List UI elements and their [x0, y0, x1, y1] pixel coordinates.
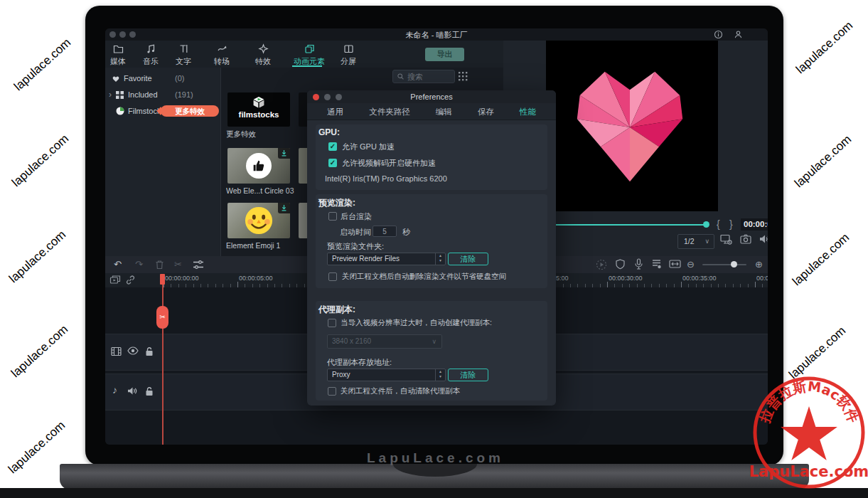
thumb-circle — [246, 153, 272, 179]
zoom-in-icon[interactable]: ⊕ — [755, 259, 763, 270]
more-effects-badge[interactable]: 更多特效 — [161, 105, 219, 117]
pref-tab-editing[interactable]: 编辑 — [436, 103, 452, 120]
tab-effects[interactable]: 特效 — [247, 41, 279, 68]
monitor-settings-icon[interactable] — [720, 234, 732, 245]
filmstocks-logo-icon — [251, 96, 267, 109]
undo-icon[interactable]: ↶ — [114, 259, 122, 270]
pref-tab-general[interactable]: 通用 — [327, 103, 343, 120]
grid-view-icon[interactable] — [459, 72, 468, 81]
media-item-filmstocks[interactable]: filmstocks — [227, 92, 290, 127]
tab-split-screen[interactable]: 分屏 — [332, 41, 365, 68]
auto-proxy-checkbox[interactable] — [328, 319, 336, 327]
lock-icon[interactable] — [145, 346, 154, 356]
sidebar-item-included[interactable]: › Included (191) — [105, 87, 220, 102]
app-window: 未命名 - 喵影工厂 媒体 音乐 文字 转场 特效 — [105, 28, 768, 445]
filmstocks-logo-text: filmstocks — [227, 110, 290, 119]
tab-text[interactable]: 文字 — [167, 41, 200, 68]
lock-icon[interactable] — [145, 386, 154, 396]
video-preview — [546, 41, 718, 211]
included-grid-icon — [116, 91, 124, 99]
search-icon — [397, 73, 404, 80]
auto-cleanup-checkbox[interactable] — [328, 387, 336, 396]
pref-tab-save[interactable]: 保存 — [478, 103, 494, 120]
emoji-smiley-icon — [244, 206, 274, 235]
preview-quality-icon[interactable] — [109, 275, 121, 285]
hw-decode-checkbox[interactable]: ✓ — [328, 159, 337, 167]
playhead-marker[interactable] — [160, 274, 165, 285]
render-folder-combobox[interactable]: Preview Render Files ▲▼ — [327, 253, 446, 265]
media-item-label: 更多特效 — [226, 129, 297, 139]
tab-elements[interactable]: 动画元素 — [291, 41, 328, 68]
play-render-icon[interactable] — [596, 259, 607, 270]
laptop-bottom-edge — [0, 488, 868, 498]
shield-icon[interactable] — [616, 259, 625, 270]
zoom-out-icon[interactable]: ⊖ — [687, 259, 695, 270]
clear-proxy-button[interactable]: 清除 — [448, 369, 488, 381]
mark-in-icon[interactable]: { — [717, 218, 720, 230]
start-time-input[interactable]: 5 — [373, 226, 397, 237]
redo-icon[interactable]: ↷ — [135, 259, 143, 270]
scrubber-handle[interactable] — [703, 221, 709, 228]
music-track-icon: ♪ — [112, 384, 117, 396]
background-render-checkbox[interactable] — [328, 212, 337, 221]
fit-timeline-icon[interactable] — [669, 259, 681, 269]
proxy-location-combobox[interactable]: Proxy ▲▼ — [327, 369, 446, 381]
media-item-partial[interactable] — [299, 203, 307, 238]
timeline-zoom-slider[interactable] — [702, 264, 746, 265]
effects-star-icon — [258, 43, 269, 54]
media-item-web-element[interactable] — [227, 148, 290, 184]
dialog-minimize-button[interactable] — [324, 94, 331, 100]
adjust-sliders-icon[interactable] — [193, 260, 203, 269]
allow-gpu-checkbox[interactable]: ✓ — [328, 142, 337, 151]
ruler-label: 00:00:40:00 — [756, 275, 768, 282]
link-icon[interactable] — [125, 275, 136, 285]
gpu-name: Intel(R) Iris(TM) Pro Graphics 6200 — [325, 174, 447, 183]
eye-icon[interactable] — [127, 346, 139, 355]
pref-tab-performance[interactable]: 性能 — [520, 103, 536, 120]
transition-icon — [217, 43, 227, 54]
download-icon[interactable] — [278, 148, 290, 159]
stepper-icon[interactable]: ▲▼ — [435, 253, 445, 265]
media-item-partial[interactable] — [299, 92, 307, 127]
export-button[interactable]: 导出 — [425, 48, 464, 61]
volume-icon[interactable] — [759, 234, 768, 244]
media-item-partial[interactable] — [299, 148, 307, 184]
preview-zoom-select[interactable]: 1/2 ∨ — [677, 234, 714, 249]
dialog-tabs: 通用 文件夹路径 编辑 保存 性能 — [307, 103, 556, 120]
zoom-slider-handle[interactable] — [731, 261, 737, 267]
playhead-scissors-handle[interactable]: ✂ — [156, 306, 168, 329]
auto-delete-checkbox[interactable] — [328, 272, 337, 281]
playback-scrubber[interactable] — [547, 224, 707, 226]
sidebar-item-favorite[interactable]: Favorite (0) — [105, 70, 220, 86]
proxy-heading: 代理副本: — [318, 304, 355, 316]
trash-icon[interactable] — [155, 260, 164, 270]
mark-out-icon[interactable]: } — [729, 218, 733, 230]
filmstrip-icon — [111, 346, 122, 356]
dialog-zoom-button[interactable] — [336, 94, 342, 100]
microphone-icon[interactable] — [634, 258, 643, 270]
tab-music[interactable]: 音乐 — [134, 41, 167, 68]
speaker-icon[interactable] — [127, 386, 138, 396]
dialog-close-button[interactable] — [313, 94, 319, 100]
sidebar-item-filmstocks[interactable]: Filmstocks 更多特效 — [105, 103, 220, 119]
download-icon[interactable] — [278, 203, 290, 213]
folder-icon — [113, 43, 124, 54]
timecode-display: 00:00:05 — [741, 218, 768, 231]
search-input[interactable]: 搜索 — [392, 70, 455, 83]
camera-snapshot-icon[interactable] — [740, 234, 751, 244]
watermark-text: lapulace.com — [786, 127, 861, 196]
stepper-icon[interactable]: ▲▼ — [435, 369, 445, 381]
pref-tab-folders[interactable]: 文件夹路径 — [369, 103, 410, 120]
user-account-icon[interactable] — [734, 30, 743, 39]
bezel-brand-text: LapuLace.com — [334, 450, 537, 466]
tab-transitions[interactable]: 转场 — [205, 41, 238, 68]
scissors-icon[interactable]: ✂ — [174, 259, 182, 270]
tab-media[interactable]: 媒体 — [105, 41, 134, 68]
clear-render-button[interactable]: 清除 — [448, 253, 488, 265]
info-icon[interactable] — [714, 30, 723, 39]
media-item-emoji[interactable] — [227, 203, 290, 238]
playhead-line[interactable] — [162, 274, 164, 445]
chevron-right-icon[interactable]: › — [109, 87, 112, 102]
audio-mixer-icon[interactable] — [651, 259, 662, 269]
proxy-resolution-select[interactable]: 3840 x 2160 ∨ — [327, 334, 442, 349]
